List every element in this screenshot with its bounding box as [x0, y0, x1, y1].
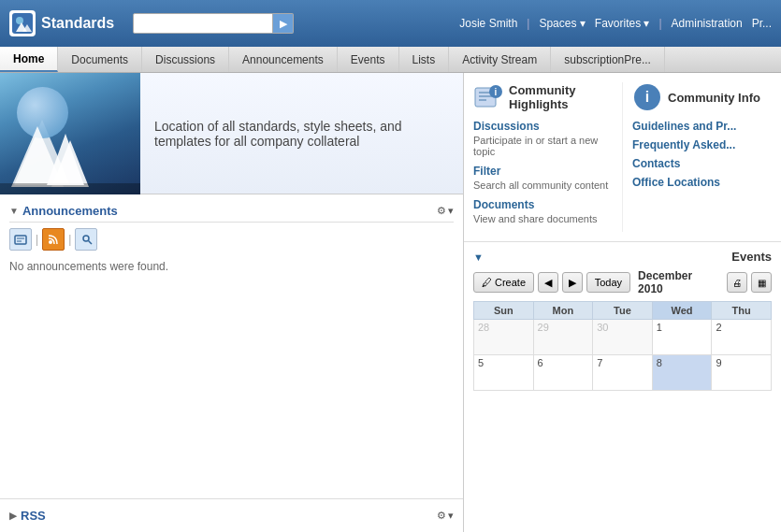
svg-point-1 — [16, 17, 23, 24]
community-info: i Community Info Guidelines and Pr... Fr… — [622, 82, 772, 232]
nav-activity-stream[interactable]: Activity Stream — [449, 47, 551, 72]
create-event-button[interactable]: 🖊 Create — [473, 272, 534, 293]
highlights-discussions-desc: Participate in or start a new topic — [473, 135, 613, 157]
today-button[interactable]: Today — [586, 272, 630, 293]
cal-cell-9[interactable]: 9 — [712, 355, 772, 391]
more-link[interactable]: Pr... — [752, 17, 772, 30]
comm-info-header: i Community Info — [632, 82, 772, 112]
community-info-icon: i — [632, 82, 662, 112]
rss-collapse-arrow[interactable]: ▶ — [9, 510, 17, 521]
ann-header: ▼ Announcements ⚙ ▾ — [9, 200, 454, 223]
rss-icon-button[interactable] — [42, 228, 65, 251]
day-8: 8 — [657, 357, 662, 368]
cal-cell-28[interactable]: 28 — [474, 320, 534, 355]
announcements-section: ▼ Announcements ⚙ ▾ | | — [0, 194, 463, 282]
rss-settings[interactable]: ⚙ ▾ — [437, 510, 454, 522]
community-highlights: i Community Highlights Discussions Parti… — [473, 82, 613, 232]
topbar: Standards ▶ Josie Smith | Spaces ▾ Favor… — [0, 0, 781, 47]
nav-announcements[interactable]: Announcements — [229, 47, 338, 72]
highlights-documents-link[interactable]: Documents — [473, 198, 613, 211]
rss-section: ▶ RSS ⚙ ▾ — [0, 498, 463, 532]
search-button[interactable]: ▶ — [273, 13, 294, 34]
day-29: 29 — [538, 322, 549, 333]
highlights-filter-link[interactable]: Filter — [473, 165, 613, 178]
events-title: Events — [731, 250, 772, 264]
ann-icons: | | — [9, 228, 454, 251]
comm-highlights-title: Community Highlights — [509, 83, 613, 111]
comm-info-link-2[interactable]: Contacts — [632, 157, 772, 170]
cal-header-wed: Wed — [652, 302, 712, 320]
svg-point-7 — [49, 240, 52, 244]
highlights-discussions-link[interactable]: Discussions — [473, 120, 613, 133]
comm-info-link-0[interactable]: Guidelines and Pr... — [632, 120, 772, 133]
cal-cell-2[interactable]: 2 — [712, 320, 772, 355]
search-area: ▶ — [133, 13, 320, 34]
right-panel: i Community Highlights Discussions Parti… — [463, 73, 781, 532]
banner-text: Location of all standards, style sheets,… — [140, 73, 463, 194]
day-1: 1 — [657, 322, 662, 333]
ann-tools: ⚙ ▾ — [437, 205, 454, 217]
community-section: i Community Highlights Discussions Parti… — [464, 73, 781, 242]
add-announcement-button[interactable] — [9, 228, 32, 251]
calendar-month-label: December 2010 — [634, 269, 723, 295]
nav-lists[interactable]: Lists — [399, 47, 450, 72]
banner-image — [0, 73, 140, 194]
cal-cell-8[interactable]: 8 — [652, 355, 712, 391]
calendar-print-button[interactable]: 🖨 — [727, 272, 747, 293]
cal-cell-29[interactable]: 29 — [533, 320, 593, 355]
gear-icon: ⚙ — [437, 205, 446, 217]
announcements-settings[interactable]: ⚙ ▾ — [437, 205, 454, 217]
favorites-menu[interactable]: Favorites ▾ — [595, 17, 650, 30]
calendar-view-button[interactable]: ▦ — [751, 272, 772, 293]
cal-cell-5[interactable]: 5 — [474, 355, 534, 391]
events-header: ▼ Events — [473, 250, 772, 264]
navbar: Home Documents Discussions Announcements… — [0, 47, 781, 73]
search-input[interactable] — [133, 13, 273, 34]
spaces-menu[interactable]: Spaces ▾ — [539, 17, 585, 30]
community-highlights-icon: i — [473, 82, 503, 112]
create-event-icon: 🖊 — [482, 277, 492, 288]
create-event-label: Create — [495, 277, 526, 288]
svg-point-8 — [83, 236, 89, 241]
rss-title: RSS — [21, 509, 46, 523]
rss-title-row: ▶ RSS — [9, 509, 46, 523]
no-announcements-text: No announcements were found. — [9, 256, 454, 277]
events-toolbar: 🖊 Create ◀ ▶ Today December 2010 🖨 ▦ — [473, 269, 772, 295]
nav-discussions[interactable]: Discussions — [142, 47, 229, 72]
comm-info-link-1[interactable]: Frequently Asked... — [632, 138, 772, 151]
day-6: 6 — [538, 357, 543, 368]
nav-documents[interactable]: Documents — [58, 47, 142, 72]
cal-header-sun: Sun — [474, 302, 534, 320]
banner-tree-small — [51, 140, 89, 187]
user-name: Josie Smith — [459, 17, 517, 30]
announcements-collapse-arrow[interactable]: ▼ — [9, 206, 19, 216]
cal-cell-7[interactable]: 7 — [593, 355, 653, 391]
nav-subscription[interactable]: subscriptionPre... — [551, 47, 665, 72]
comm-info-link-3[interactable]: Office Locations — [632, 176, 772, 189]
logo-icon — [9, 10, 36, 36]
cal-cell-1[interactable]: 1 — [652, 320, 712, 355]
divider-pipe: | — [36, 233, 38, 246]
filter-icon-button[interactable] — [75, 228, 97, 251]
comm-highlights-header: i Community Highlights — [473, 82, 613, 112]
logo-area: Standards — [9, 10, 114, 36]
today-label: Today — [595, 277, 622, 288]
cal-cell-6[interactable]: 6 — [533, 355, 593, 391]
administration-link[interactable]: Administration — [672, 17, 743, 30]
day-5: 5 — [478, 357, 484, 368]
day-30: 30 — [597, 322, 608, 333]
events-collapse-arrow[interactable]: ▼ — [473, 252, 484, 263]
cal-cell-30[interactable]: 30 — [593, 320, 653, 355]
nav-events[interactable]: Events — [338, 47, 399, 72]
announcements-title: Announcements — [22, 204, 118, 218]
main: Location of all standards, style sheets,… — [0, 73, 781, 532]
calendar-next-button[interactable]: ▶ — [562, 272, 583, 293]
highlights-filter-desc: Search all community content — [473, 180, 613, 191]
cal-week-2: 5 6 7 8 9 — [474, 355, 772, 391]
nav-home[interactable]: Home — [0, 47, 58, 72]
divider1: | — [527, 17, 529, 30]
banner-base — [0, 183, 140, 194]
calendar-prev-button[interactable]: ◀ — [538, 272, 558, 293]
day-9: 9 — [716, 357, 721, 368]
divider2: | — [658, 17, 661, 30]
